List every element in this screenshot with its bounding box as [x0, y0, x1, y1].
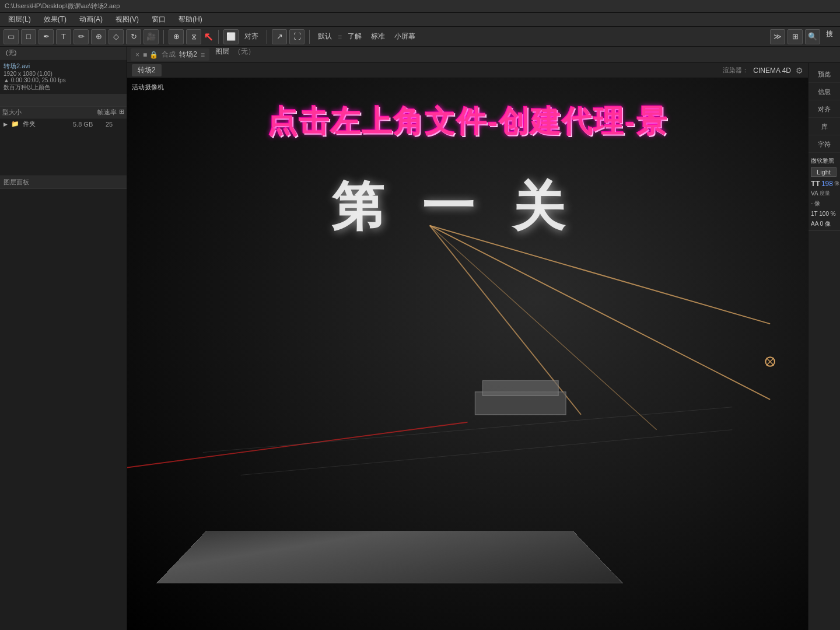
col-headers: 型 大小 帧速率 ⊞: [0, 107, 127, 118]
tool-eraser[interactable]: ◇: [108, 29, 124, 44]
tool-brush[interactable]: ✏: [74, 29, 89, 44]
comp-tabs: × ■ 🔒 合成 转场2 ≡ 图层 （无）: [127, 47, 840, 63]
scene-svg: [127, 78, 808, 630]
tool-camera[interactable]: 🎥: [144, 29, 159, 44]
toolbar-sep-3: [267, 30, 267, 44]
tool-search[interactable]: 🔍: [805, 29, 820, 44]
font-area: 微软雅黑 Light TT 198 像 VA 度量 -: [808, 154, 840, 231]
viewport[interactable]: 活动摄像机: [127, 78, 808, 630]
baseline-value: AA 0 像: [811, 220, 831, 227]
project-file-name: 件夹: [23, 120, 69, 128]
viewport-with-panel: 转场2 渲染器： CINEMA 4D ⚙ 活动摄像机: [127, 63, 840, 630]
va-note: 度量: [820, 190, 830, 197]
menu-help[interactable]: 帮助(H): [173, 13, 208, 26]
font-name: 微软雅黑: [811, 157, 834, 165]
va-label: VA: [811, 190, 818, 197]
project-panel-label: (无): [4, 47, 19, 59]
menubar: 图层(L) 效果(T) 动画(A) 视图(V) 窗口 帮助(H): [0, 13, 840, 27]
main-layout: (无) 转场2.avi 1920 x 1080 (1.00) ▲ 0:00:30…: [0, 47, 840, 630]
renderer-value: CINEMA 4D: [753, 66, 791, 75]
menu-layers[interactable]: 图层(L): [2, 13, 37, 26]
right-panel: 预览 信息 对齐 库 字符 微软雅黑 Light TT 198 像: [808, 63, 840, 630]
tracking-value: - 像: [811, 200, 820, 206]
svg-line-8: [203, 407, 733, 453]
renderer-settings-icon[interactable]: ⚙: [796, 66, 803, 75]
menu-animation[interactable]: 动画(A): [74, 13, 108, 26]
font-style-tag[interactable]: Light: [811, 167, 836, 177]
tab-menu[interactable]: ≡: [198, 51, 207, 59]
svg-line-0: [430, 226, 770, 400]
menu-effects[interactable]: 效果(T): [38, 13, 72, 26]
overlay-text: 点击左上角文件-创建代理-景: [267, 102, 668, 142]
toolbar-sep-2: [218, 30, 219, 44]
left-panel: (无) 转场2.avi 1920 x 1080 (1.00) ▲ 0:00:30…: [0, 47, 127, 630]
file-name-display: 转场2.avi 1920 x 1080 (1.00) ▲ 0:00:30:00,…: [0, 60, 127, 94]
character-btn[interactable]: 字符: [808, 136, 840, 153]
cursor-indicator: ↖: [204, 30, 214, 44]
preview-btn[interactable]: 预览: [808, 66, 840, 83]
size-unit: 像: [834, 180, 839, 187]
scene-canvas: 点击左上角文件-创建代理-景 第 一 关: [127, 78, 808, 630]
tool-mask[interactable]: ⧖: [186, 29, 201, 44]
layers-section: 图层面板: [0, 176, 127, 630]
tab-icon: ■: [142, 51, 148, 59]
tool-clone[interactable]: ⊕: [91, 29, 106, 44]
tool-more[interactable]: ≫: [770, 29, 785, 44]
toolbar-sep-1: [163, 30, 164, 44]
renderer-label: 渲染器：: [723, 66, 748, 75]
small-screen-label[interactable]: 小屏幕: [391, 32, 419, 41]
project-row[interactable]: ▶ 📁 件夹 5.8 GB 25: [0, 118, 127, 130]
tool-pin[interactable]: ⛶: [289, 29, 304, 44]
align-panel-btn[interactable]: 对齐: [808, 102, 840, 118]
add-folder-icon[interactable]: ⊞: [119, 108, 124, 117]
file-size: 5.8 GB: [73, 121, 102, 128]
toolbar: ▭ □ ✒ T ✏ ⊕ ◇ ↻ 🎥 ⊕ ⧖ ↖ ⬜ 对齐 ↗ ⛶ 默认 ≡ 了解…: [0, 27, 840, 47]
comp-name-bar: 转场2 渲染器： CINEMA 4D ⚙: [127, 63, 808, 78]
tab-home: 合成: [159, 50, 178, 60]
library-btn[interactable]: 库: [808, 119, 840, 135]
titlebar: C:\Users\HP\Desktop\微课\ae\转场2.aep: [0, 0, 840, 13]
viewport-container: 转场2 渲染器： CINEMA 4D ⚙ 活动摄像机: [127, 63, 808, 630]
standard-label[interactable]: 标准: [368, 32, 388, 41]
tool-pen[interactable]: ✒: [38, 29, 54, 44]
search-label[interactable]: 搜: [822, 29, 836, 44]
font-size-value[interactable]: 198: [821, 180, 833, 188]
project-panel: 转场2.avi 1920 x 1080 (1.00) ▲ 0:00:30:00,…: [0, 60, 127, 176]
toolbar-sep-4: [309, 30, 310, 44]
align-label: 对齐: [241, 32, 262, 41]
tab-comp-name: 转场2: [178, 50, 198, 60]
tab-lock[interactable]: 🔒: [148, 51, 159, 59]
menu-window[interactable]: 窗口: [146, 13, 172, 26]
font-name-line: 微软雅黑: [811, 156, 838, 166]
comp-tab-group: × ■ 🔒 合成 转场2 ≡: [131, 48, 209, 61]
tool-grid[interactable]: ⊞: [788, 29, 803, 44]
tool-snap[interactable]: ⬜: [223, 29, 239, 44]
tool-rect[interactable]: □: [21, 29, 36, 44]
center-area: × ■ 🔒 合成 转场2 ≡ 图层 （无） 转场2 渲染器： CINEMA 4D…: [127, 47, 840, 630]
svg-rect-11: [482, 380, 558, 396]
svg-line-9: [241, 430, 733, 475]
comp-name-tag: 转场2: [132, 64, 162, 76]
tab-close[interactable]: ×: [133, 51, 142, 59]
menu-view[interactable]: 视图(V): [110, 13, 145, 26]
project-search[interactable]: [0, 94, 127, 107]
expand-icon[interactable]: ▶: [4, 121, 8, 127]
svg-line-7: [127, 422, 468, 468]
camera-label: 活动摄像机: [132, 83, 164, 92]
level-text: 第 一 关: [331, 172, 576, 243]
size-icon: TT: [811, 179, 820, 188]
tool-rotate[interactable]: ↻: [126, 29, 141, 44]
layers-none-label: （无）: [234, 47, 255, 62]
tool-text[interactable]: T: [56, 29, 71, 44]
tool-anchor[interactable]: ⊕: [169, 29, 184, 44]
info-btn[interactable]: 信息: [808, 84, 840, 100]
tool-rot2[interactable]: ↗: [272, 29, 287, 44]
default-label[interactable]: 默认: [314, 32, 335, 41]
understand-label[interactable]: 了解: [344, 32, 365, 41]
layers-section-header: 图层面板: [0, 176, 127, 189]
ts-value: 1T 100 %: [811, 211, 836, 217]
layers-tab-label: 图层: [211, 47, 234, 62]
tool-select[interactable]: ▭: [4, 29, 19, 44]
folder-icon: 📁: [11, 120, 19, 128]
title-path: C:\Users\HP\Desktop\微课\ae\转场2.aep: [5, 2, 120, 10]
